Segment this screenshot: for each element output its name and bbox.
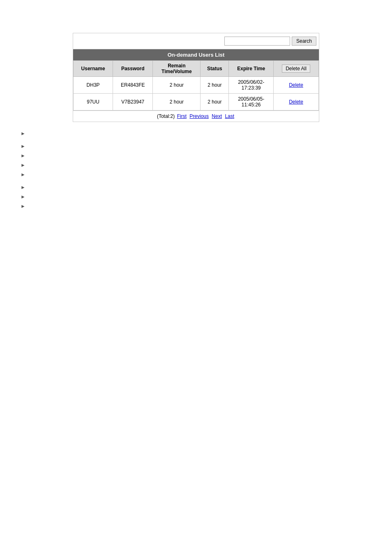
pagination: (Total:2) First Previous Next Last [73, 111, 319, 122]
cell-remain: 2 hour [153, 94, 201, 111]
delete-button[interactable]: Delete [289, 82, 303, 88]
col-header-username: Username [74, 61, 113, 77]
list-item: ► [21, 143, 376, 149]
bullet-group-2: ► ► ► [16, 184, 376, 209]
table-title: On-demand Users List [73, 49, 319, 60]
cell-status: 2 hour [201, 94, 229, 111]
list-item: ► [21, 130, 376, 136]
col-header-remain: RemainTime/Volume [153, 61, 201, 77]
cell-delete: Delete [274, 77, 319, 94]
list-item: ► [21, 184, 376, 190]
cell-expire-time: 2005/06/05-11:45:26 [229, 94, 274, 111]
arrow-icon: ► [21, 203, 25, 209]
cell-expire-time: 2005/06/02-17:23:39 [229, 77, 274, 94]
cell-delete: Delete [274, 94, 319, 111]
col-header-status: Status [201, 61, 229, 77]
list-item: ► [21, 152, 376, 159]
delete-button[interactable]: Delete [289, 99, 303, 105]
arrow-icon: ► [21, 184, 25, 190]
col-header-password: Password [113, 61, 153, 77]
search-bar: Search [73, 33, 319, 49]
pagination-first[interactable]: First [177, 113, 187, 119]
list-item: ► [21, 203, 376, 209]
arrow-icon: ► [21, 194, 25, 200]
cell-password: ER4843FE [113, 77, 153, 94]
list-item: ► [21, 162, 376, 168]
pagination-previous[interactable]: Previous [189, 113, 209, 119]
delete-all-button[interactable]: Delete All [282, 64, 310, 73]
bullet-group-1: ► ► ► ► ► [16, 130, 376, 177]
table-row: 97UU V7B23947 2 hour 2 hour 2005/06/05-1… [74, 94, 319, 111]
table-row: DH3P ER4843FE 2 hour 2 hour 2005/06/02-1… [74, 77, 319, 94]
list-item: ► [21, 171, 376, 177]
arrow-icon: ► [21, 172, 25, 177]
cell-remain: 2 hour [153, 77, 201, 94]
cell-username: 97UU [74, 94, 113, 111]
cell-password: V7B23947 [113, 94, 153, 111]
pagination-total: (Total:2) [157, 113, 175, 119]
pagination-next[interactable]: Next [212, 113, 222, 119]
arrow-icon: ► [21, 153, 25, 159]
arrow-icon: ► [21, 131, 25, 136]
arrow-icon: ► [21, 143, 25, 149]
list-item: ► [21, 193, 376, 200]
col-header-delete-all: Delete All [274, 61, 319, 77]
search-input[interactable] [224, 37, 290, 46]
arrow-icon: ► [21, 162, 25, 168]
cell-username: DH3P [74, 77, 113, 94]
search-button[interactable]: Search [292, 37, 316, 46]
cell-status: 2 hour [201, 77, 229, 94]
main-container: Search On-demand Users List Username Pas… [73, 33, 319, 122]
col-header-expire-time: Expire Time [229, 61, 274, 77]
pagination-last[interactable]: Last [225, 113, 234, 119]
users-table: Username Password RemainTime/Volume Stat… [73, 60, 319, 111]
